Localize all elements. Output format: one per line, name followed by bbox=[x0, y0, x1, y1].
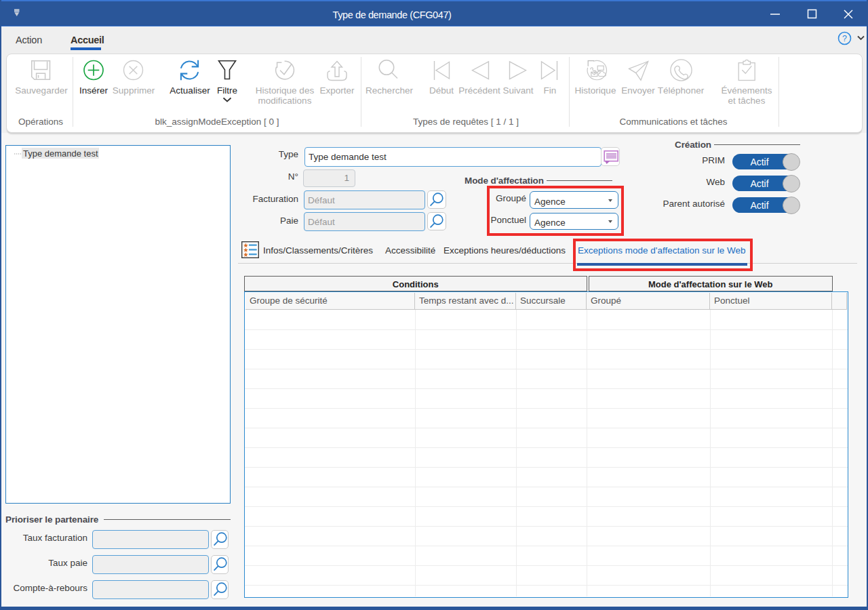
svg-text:?: ? bbox=[842, 34, 847, 43]
